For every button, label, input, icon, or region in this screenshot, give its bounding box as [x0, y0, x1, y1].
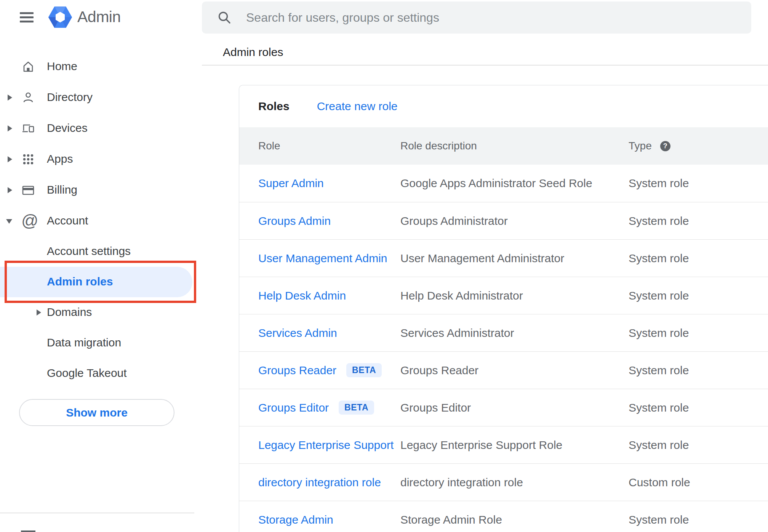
- menu-icon[interactable]: [20, 11, 34, 23]
- column-header-type-label: Type: [629, 140, 652, 152]
- expand-arrow-icon[interactable]: [8, 125, 12, 131]
- role-link[interactable]: Legacy Enterprise Support: [258, 439, 394, 452]
- column-header-description: Role description: [400, 140, 629, 152]
- google-admin-logo-icon: [48, 6, 72, 29]
- expand-arrow-icon[interactable]: [8, 95, 12, 101]
- sidebar-item-label: Google Takeout: [47, 367, 127, 380]
- at-icon: @: [21, 211, 35, 225]
- card-header: Roles Create new role: [239, 85, 768, 127]
- sidebar-item-label: Domains: [47, 306, 92, 319]
- table-row: Legacy Enterprise Support Legacy Enterpr…: [239, 426, 768, 463]
- sidebar-item-apps[interactable]: Apps: [0, 144, 202, 175]
- role-description: Services Administrator: [400, 327, 629, 340]
- role-type: System role: [629, 401, 768, 414]
- sidebar-item-data-migration[interactable]: Data migration: [0, 328, 202, 358]
- role-description: User Management Administrator: [400, 252, 629, 265]
- role-type: System role: [629, 177, 768, 190]
- column-header-type: Type ?: [629, 140, 768, 152]
- apps-icon: [21, 152, 35, 166]
- help-icon[interactable]: ?: [660, 141, 670, 151]
- sidebar-item-account-settings[interactable]: Account settings: [0, 236, 202, 267]
- role-cell: Groups Reader BETA: [258, 363, 400, 377]
- sidebar-item-label: Home: [47, 60, 77, 73]
- role-link[interactable]: User Management Admin: [258, 252, 387, 265]
- role-type: System role: [629, 439, 768, 452]
- role-description: Groups Reader: [400, 364, 629, 377]
- sidebar: Admin Home Directory Devices Apps Billin…: [0, 0, 202, 532]
- sidebar-item-google-takeout[interactable]: Google Takeout: [0, 358, 202, 389]
- sidebar-item-label: Data migration: [47, 336, 121, 349]
- role-link[interactable]: Groups Editor: [258, 401, 329, 414]
- role-description: Groups Editor: [400, 401, 629, 414]
- card-icon: [21, 183, 35, 197]
- role-link[interactable]: Storage Admin: [258, 513, 333, 526]
- role-type: Custom role: [629, 476, 768, 489]
- roles-card: Roles Create new role Role Role descript…: [239, 85, 768, 532]
- sidebar-item-admin-roles[interactable]: Admin roles: [0, 267, 202, 297]
- sidebar-item-domains[interactable]: Domains: [0, 297, 202, 328]
- sidebar-item-label: Apps: [47, 152, 73, 165]
- role-link[interactable]: Super Admin: [258, 177, 324, 190]
- beta-badge: BETA: [339, 401, 374, 415]
- expand-arrow-icon[interactable]: [8, 156, 12, 162]
- table-row: Super Admin Google Apps Administrator Se…: [239, 165, 768, 202]
- role-description: Help Desk Administrator: [400, 289, 629, 302]
- role-type: System role: [629, 513, 768, 526]
- clipped-nav-icon: [21, 530, 35, 532]
- role-description: directory integration role: [400, 476, 629, 489]
- sidebar-item-label: Billing: [47, 183, 77, 196]
- search-icon: [217, 10, 232, 25]
- role-description: Legacy Enterprise Support Role: [400, 439, 629, 452]
- sidebar-item-directory[interactable]: Directory: [0, 82, 202, 113]
- role-link[interactable]: Help Desk Admin: [258, 289, 346, 302]
- expand-arrow-icon[interactable]: [37, 309, 41, 316]
- table-row: directory integration role directory int…: [239, 463, 768, 501]
- sidebar-item-label: Admin roles: [47, 275, 113, 288]
- role-type: System role: [629, 252, 768, 265]
- sidebar-nav: Home Directory Devices Apps Billing @ Ac…: [0, 51, 202, 389]
- table-row: Groups Admin Groups Administrator System…: [239, 202, 768, 239]
- role-cell: Storage Admin: [258, 513, 400, 526]
- role-cell: Groups Editor BETA: [258, 401, 400, 415]
- sidebar-divider: [0, 513, 194, 513]
- person-icon: [21, 91, 35, 104]
- role-type: System role: [629, 327, 768, 340]
- sidebar-item-devices[interactable]: Devices: [0, 113, 202, 144]
- search-input[interactable]: [246, 2, 734, 34]
- role-cell: User Management Admin: [258, 252, 400, 265]
- role-cell: directory integration role: [258, 476, 400, 489]
- role-link[interactable]: Groups Admin: [258, 215, 331, 228]
- role-description: Storage Admin Role: [400, 513, 629, 526]
- show-more-button[interactable]: Show more: [19, 399, 174, 426]
- table-body: Super Admin Google Apps Administrator Se…: [239, 165, 768, 532]
- table-row: Help Desk Admin Help Desk Administrator …: [239, 277, 768, 314]
- devices-icon: [21, 122, 35, 135]
- sidebar-header: Admin: [0, 0, 202, 35]
- sidebar-item-label: Devices: [47, 122, 88, 135]
- sidebar-item-label: Account settings: [47, 245, 131, 258]
- expand-arrow-icon[interactable]: [8, 187, 12, 193]
- role-description: Google Apps Administrator Seed Role: [400, 177, 629, 190]
- role-cell: Legacy Enterprise Support: [258, 439, 400, 452]
- create-new-role-link[interactable]: Create new role: [317, 100, 398, 113]
- table-row: Groups Editor BETA Groups Editor System …: [239, 389, 768, 426]
- sidebar-item-home[interactable]: Home: [0, 51, 202, 82]
- table-row: Services Admin Services Administrator Sy…: [239, 314, 768, 351]
- card-title: Roles: [258, 100, 290, 113]
- table-row: Storage Admin Storage Admin Role System …: [239, 501, 768, 532]
- role-link[interactable]: Groups Reader: [258, 364, 336, 377]
- expand-arrow-icon[interactable]: [6, 219, 12, 224]
- table-row: User Management Admin User Management Ad…: [239, 239, 768, 277]
- home-icon: [21, 60, 35, 74]
- sidebar-item-billing[interactable]: Billing: [0, 175, 202, 205]
- sidebar-item-label: Directory: [47, 91, 93, 104]
- role-type: System role: [629, 215, 768, 228]
- search-bar[interactable]: [202, 2, 751, 34]
- sidebar-item-account[interactable]: @ Account: [0, 205, 202, 236]
- role-link[interactable]: directory integration role: [258, 476, 381, 489]
- breadcrumb: Admin roles: [223, 46, 283, 59]
- app-title: Admin: [77, 8, 121, 26]
- table-row: Groups Reader BETA Groups Reader System …: [239, 351, 768, 389]
- sidebar-item-label: Account: [47, 214, 88, 227]
- role-link[interactable]: Services Admin: [258, 327, 337, 340]
